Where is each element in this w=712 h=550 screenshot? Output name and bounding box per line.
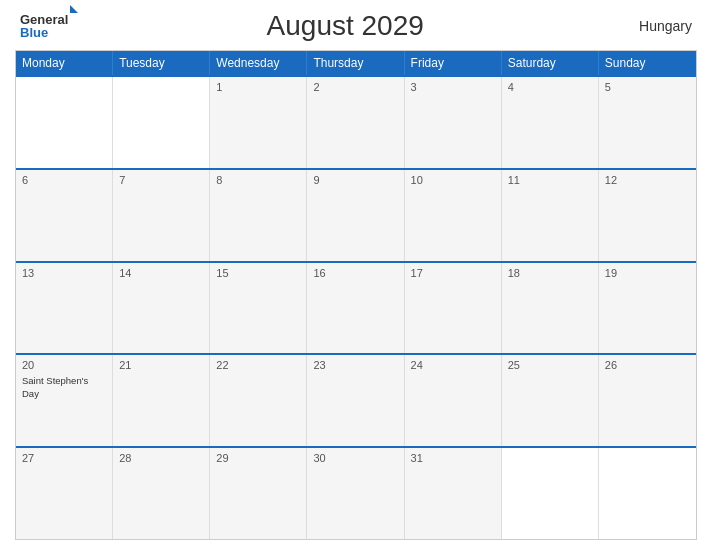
- day-cell-1-3: 1: [210, 77, 307, 168]
- day-cell-5-1: 27: [16, 448, 113, 539]
- day-number: 20: [22, 359, 106, 371]
- day-cell-1-7: 5: [599, 77, 696, 168]
- week-row-4: 20Saint Stephen's Day212223242526: [16, 353, 696, 446]
- day-number: 24: [411, 359, 495, 371]
- day-cell-1-6: 4: [502, 77, 599, 168]
- day-cell-4-2: 21: [113, 355, 210, 446]
- day-number: 26: [605, 359, 690, 371]
- weeks-container: 1234567891011121314151617181920Saint Ste…: [16, 75, 696, 539]
- day-cell-3-6: 18: [502, 263, 599, 354]
- header-friday: Friday: [405, 51, 502, 75]
- calendar: Monday Tuesday Wednesday Thursday Friday…: [15, 50, 697, 540]
- day-number: 30: [313, 452, 397, 464]
- day-number: 2: [313, 81, 397, 93]
- day-cell-4-3: 22: [210, 355, 307, 446]
- day-cell-5-6: [502, 448, 599, 539]
- day-number: 4: [508, 81, 592, 93]
- day-number: 18: [508, 267, 592, 279]
- day-number: 22: [216, 359, 300, 371]
- logo-triangle-icon: [70, 5, 78, 13]
- day-number: 10: [411, 174, 495, 186]
- day-cell-4-4: 23: [307, 355, 404, 446]
- header: General Blue August 2029 Hungary: [15, 10, 697, 42]
- day-cell-5-4: 30: [307, 448, 404, 539]
- header-wednesday: Wednesday: [210, 51, 307, 75]
- day-cell-3-1: 13: [16, 263, 113, 354]
- day-cell-3-3: 15: [210, 263, 307, 354]
- day-cell-1-4: 2: [307, 77, 404, 168]
- day-number: 1: [216, 81, 300, 93]
- header-thursday: Thursday: [307, 51, 404, 75]
- day-cell-5-7: [599, 448, 696, 539]
- day-cell-2-4: 9: [307, 170, 404, 261]
- day-number: 9: [313, 174, 397, 186]
- day-number: 11: [508, 174, 592, 186]
- day-number: 23: [313, 359, 397, 371]
- day-cell-5-2: 28: [113, 448, 210, 539]
- day-cell-3-4: 16: [307, 263, 404, 354]
- header-tuesday: Tuesday: [113, 51, 210, 75]
- day-cell-1-2: [113, 77, 210, 168]
- day-cell-2-2: 7: [113, 170, 210, 261]
- day-cell-2-3: 8: [210, 170, 307, 261]
- logo-blue-text: Blue: [20, 26, 48, 39]
- day-cell-3-7: 19: [599, 263, 696, 354]
- logo: General Blue: [20, 13, 78, 39]
- day-headers: Monday Tuesday Wednesday Thursday Friday…: [16, 51, 696, 75]
- calendar-page: General Blue August 2029 Hungary Monday …: [0, 0, 712, 550]
- page-title: August 2029: [78, 10, 612, 42]
- day-number: 17: [411, 267, 495, 279]
- logo-bottom-row: Blue: [20, 26, 78, 39]
- day-number: 21: [119, 359, 203, 371]
- header-sunday: Sunday: [599, 51, 696, 75]
- day-number: 15: [216, 267, 300, 279]
- day-cell-4-7: 26: [599, 355, 696, 446]
- day-number: 27: [22, 452, 106, 464]
- day-cell-3-2: 14: [113, 263, 210, 354]
- country-label: Hungary: [612, 18, 692, 34]
- day-number: 3: [411, 81, 495, 93]
- day-number: 25: [508, 359, 592, 371]
- day-number: 28: [119, 452, 203, 464]
- logo-wrapper: General Blue: [20, 13, 78, 39]
- day-cell-2-6: 11: [502, 170, 599, 261]
- day-cell-1-1: [16, 77, 113, 168]
- day-number: 31: [411, 452, 495, 464]
- header-saturday: Saturday: [502, 51, 599, 75]
- day-cell-1-5: 3: [405, 77, 502, 168]
- day-cell-4-6: 25: [502, 355, 599, 446]
- day-number: 16: [313, 267, 397, 279]
- day-number: 13: [22, 267, 106, 279]
- header-monday: Monday: [16, 51, 113, 75]
- day-number: 6: [22, 174, 106, 186]
- day-cell-2-1: 6: [16, 170, 113, 261]
- day-number: 29: [216, 452, 300, 464]
- day-cell-2-5: 10: [405, 170, 502, 261]
- week-row-1: 12345: [16, 75, 696, 168]
- day-cell-5-3: 29: [210, 448, 307, 539]
- week-row-5: 2728293031: [16, 446, 696, 539]
- day-number: 7: [119, 174, 203, 186]
- day-number: 12: [605, 174, 690, 186]
- day-cell-4-5: 24: [405, 355, 502, 446]
- week-row-3: 13141516171819: [16, 261, 696, 354]
- day-number: 19: [605, 267, 690, 279]
- day-cell-5-5: 31: [405, 448, 502, 539]
- day-event: Saint Stephen's Day: [22, 375, 106, 400]
- day-number: 8: [216, 174, 300, 186]
- day-cell-2-7: 12: [599, 170, 696, 261]
- day-number: 14: [119, 267, 203, 279]
- day-cell-4-1: 20Saint Stephen's Day: [16, 355, 113, 446]
- day-cell-3-5: 17: [405, 263, 502, 354]
- week-row-2: 6789101112: [16, 168, 696, 261]
- day-number: 5: [605, 81, 690, 93]
